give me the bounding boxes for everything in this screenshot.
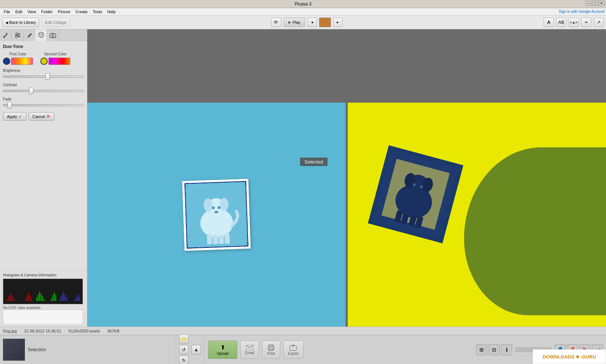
- fade-slider[interactable]: [3, 102, 84, 109]
- film-thumbnail[interactable]: [319, 18, 331, 27]
- second-color-gradient[interactable]: [48, 58, 70, 65]
- brightness-slider[interactable]: [3, 73, 84, 80]
- share-btn[interactable]: ↗: [594, 18, 604, 27]
- contrast-slider[interactable]: [3, 88, 84, 94]
- edit-collage-label: Edit Collage: [45, 20, 66, 25]
- minimize-button[interactable]: —: [585, 1, 591, 6]
- svg-rect-17: [8, 297, 9, 301]
- menu-file[interactable]: File: [1, 9, 12, 15]
- bottom-icon-col2: ▲: [191, 345, 201, 354]
- first-color-gradient[interactable]: [11, 58, 33, 65]
- svg-rect-42: [67, 300, 68, 301]
- btn-row: Apply ✓ Cancel ✕: [3, 112, 84, 121]
- sign-in-link[interactable]: Sign in with Google Account: [559, 10, 605, 14]
- menu-edit[interactable]: Edit: [13, 9, 25, 15]
- svg-rect-40: [65, 294, 65, 301]
- svg-rect-19: [11, 295, 12, 301]
- svg-rect-57: [219, 235, 224, 244]
- svg-rect-38: [62, 295, 62, 301]
- palette-icon: [38, 32, 44, 38]
- thumbnail-preview[interactable]: [3, 339, 25, 361]
- svg-rect-58: [224, 233, 230, 243]
- tab-camera[interactable]: [47, 29, 59, 41]
- export-icon: [289, 344, 297, 351]
- next-button[interactable]: ▸: [333, 18, 343, 27]
- tab-basic-fixes[interactable]: [0, 29, 12, 41]
- upload-toggle[interactable]: ▲: [191, 345, 201, 354]
- second-color-dot[interactable]: [40, 58, 48, 65]
- tab-creative[interactable]: [35, 29, 47, 41]
- grid-view-btn[interactable]: ⊞: [476, 344, 487, 355]
- email-button[interactable]: Email: [240, 341, 259, 359]
- sync-icon-button[interactable]: ⟳: [271, 18, 281, 27]
- apply-button[interactable]: Apply ✓: [3, 112, 26, 121]
- left-image-panel[interactable]: Selected: [87, 103, 348, 327]
- downloads-badge: DOWNLOADS ★ .GURU: [533, 349, 606, 364]
- right-image-panel[interactable]: [348, 103, 606, 327]
- first-color-dot[interactable]: [3, 58, 10, 65]
- contrast-handle[interactable]: [29, 88, 33, 94]
- tool-tabs: [0, 29, 87, 41]
- tab-tuning[interactable]: [12, 29, 23, 41]
- svg-point-6: [15, 36, 17, 38]
- svg-point-9: [39, 32, 44, 37]
- svg-rect-22: [25, 298, 26, 301]
- first-color-label: First Color: [10, 52, 26, 56]
- maximize-button[interactable]: □: [592, 1, 598, 6]
- apply-check-icon: ✓: [18, 114, 22, 119]
- svg-rect-39: [63, 292, 64, 301]
- menu-folder[interactable]: Folder: [39, 9, 55, 15]
- dog-photo-left: [182, 179, 251, 250]
- resize-btn[interactable]: ⇔: [581, 18, 591, 27]
- svg-rect-73: [269, 345, 273, 347]
- back-to-library-button[interactable]: ◂ Back to Library: [2, 18, 39, 27]
- svg-rect-55: [207, 234, 212, 244]
- dog-photo-right: [368, 146, 463, 243]
- selection-label: Selection: [28, 347, 46, 352]
- bottom-left: Selection: [0, 335, 176, 364]
- play-label: Play: [293, 20, 300, 25]
- svg-rect-34: [52, 295, 53, 301]
- fade-handle[interactable]: [7, 102, 12, 109]
- status-date: 21.09.2012 15:36:51: [24, 329, 61, 333]
- text-btn-aa[interactable]: A▲A: [569, 18, 579, 27]
- menu-help[interactable]: Help: [105, 9, 118, 15]
- toolbar: ◂ Back to Library Edit Collage ⟳ ▶ Play …: [0, 15, 606, 29]
- title-bar: Picasa 3 — □ ✕: [0, 0, 606, 8]
- print-button[interactable]: Print: [262, 341, 280, 359]
- text-btn-ab[interactable]: AB: [556, 18, 566, 27]
- svg-marker-15: [52, 33, 54, 34]
- star-button[interactable]: ⭐: [179, 334, 189, 344]
- edit-collage-button[interactable]: Edit Collage: [41, 18, 70, 27]
- svg-rect-74: [269, 348, 273, 350]
- rotate-left-button[interactable]: ↺: [179, 345, 189, 354]
- upload-button[interactable]: ⬆ Upload: [208, 341, 237, 359]
- selected-badge: Selected: [300, 158, 328, 166]
- brightness-label: Brightness: [3, 69, 84, 73]
- content-row: Duo-Tone First Color Second Color: [0, 29, 606, 327]
- svg-rect-44: [76, 297, 77, 301]
- play-button[interactable]: ▶ Play: [284, 18, 305, 27]
- menu-picture[interactable]: Picture: [56, 9, 73, 15]
- menu-tools[interactable]: Tools: [91, 9, 105, 15]
- cancel-button[interactable]: Cancel ✕: [29, 112, 54, 121]
- prev-button[interactable]: ◂: [307, 18, 317, 27]
- close-button[interactable]: ✕: [599, 1, 605, 6]
- grid-view-2-btn[interactable]: ⊟: [489, 344, 500, 355]
- info-btn[interactable]: ℹ: [501, 344, 512, 355]
- bottom-action-btns: ⬆ Upload Email Print: [204, 335, 307, 364]
- menu-create[interactable]: Create: [73, 9, 90, 15]
- histogram-section: Histogram & Camera Information: [0, 271, 87, 327]
- svg-rect-16: [7, 299, 8, 301]
- export-button[interactable]: Export: [283, 341, 303, 359]
- tab-effects[interactable]: [23, 29, 35, 41]
- status-filename: Dog.jpg: [3, 329, 17, 333]
- fade-group: Fade: [3, 97, 84, 109]
- menu-view[interactable]: View: [25, 9, 39, 15]
- print-icon: [267, 344, 275, 351]
- brightness-handle[interactable]: [45, 73, 50, 80]
- svg-rect-35: [54, 293, 55, 301]
- contrast-group: Contrast: [3, 83, 84, 94]
- text-btn-a[interactable]: A: [544, 18, 554, 27]
- rotate-right-button[interactable]: ↻: [179, 356, 189, 364]
